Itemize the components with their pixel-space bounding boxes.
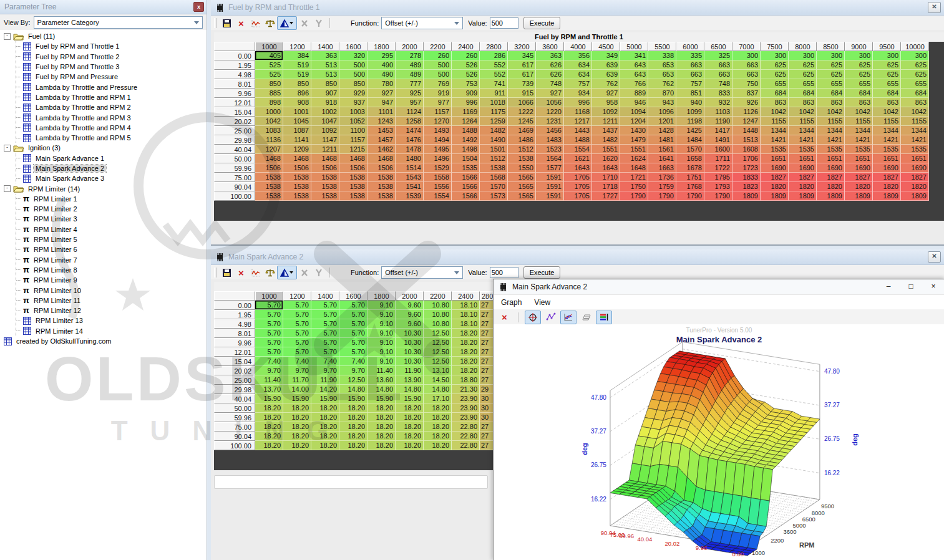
table-cell[interactable]: 14.80 — [367, 385, 396, 394]
table-cell[interactable]: 1565 — [508, 173, 536, 182]
table-cell[interactable]: 18.20 — [283, 413, 311, 422]
table-cell[interactable]: 1577 — [536, 163, 564, 173]
table-cell[interactable]: 1155 — [761, 117, 789, 126]
table-cell[interactable]: 5.70 — [339, 319, 367, 329]
spark-window-close-icon[interactable]: ✕ — [928, 251, 941, 263]
row-header[interactable]: 59.96 — [214, 163, 255, 173]
table-cell[interactable]: 11.90 — [396, 366, 424, 375]
table-cell[interactable]: 500 — [339, 60, 367, 70]
function-dropdown[interactable]: Offset (+/-) — [381, 17, 463, 29]
table-cell[interactable]: 18.20 — [367, 413, 396, 422]
table-cell[interactable]: 22.80 — [452, 432, 480, 441]
table-cell[interactable]: 684 — [873, 89, 901, 98]
table-cell[interactable]: 5.70 — [283, 338, 311, 347]
table-cell[interactable]: 1538 — [283, 182, 311, 191]
compare-button[interactable] — [263, 17, 277, 29]
column-header[interactable]: 2000 — [396, 291, 424, 301]
table-cell[interactable]: 947 — [367, 98, 396, 107]
table-cell[interactable]: 300 — [732, 51, 761, 60]
table-cell[interactable]: 338 — [648, 51, 676, 60]
table-cell[interactable]: 363 — [536, 51, 564, 60]
table-cell[interactable]: 634 — [564, 70, 592, 79]
table-cell[interactable]: 13.70 — [255, 385, 283, 394]
table-cell[interactable]: 1428 — [648, 126, 676, 135]
table-cell[interactable]: 519 — [283, 70, 311, 79]
value-input[interactable] — [490, 267, 518, 278]
table-cell[interactable]: 513 — [311, 70, 339, 79]
table-cell[interactable]: 1506 — [311, 163, 339, 173]
table-cell[interactable]: 1759 — [648, 182, 676, 191]
table-cell[interactable]: 23.90 — [452, 413, 480, 422]
row-header[interactable]: 12.01 — [214, 98, 255, 107]
table-cell[interactable]: 639 — [592, 70, 620, 79]
table-cell[interactable]: 1535 — [873, 145, 901, 154]
tree-item[interactable]: πRPM Limiter 6 — [16, 244, 207, 254]
value-input[interactable] — [490, 17, 518, 29]
table-cell[interactable]: 11.70 — [283, 375, 311, 385]
table-cell[interactable]: 5.70 — [255, 301, 283, 310]
table-cell[interactable]: 5.70 — [255, 310, 283, 319]
table-cell[interactable]: 911 — [480, 89, 508, 98]
table-cell[interactable]: 1211 — [592, 117, 620, 126]
table-cell[interactable]: 489 — [396, 60, 424, 70]
table-cell[interactable]: 643 — [620, 60, 648, 70]
table-cell[interactable]: 1827 — [845, 173, 873, 182]
table-cell[interactable]: 5.70 — [339, 301, 367, 310]
table-cell[interactable]: 1042 — [255, 117, 283, 126]
table-cell[interactable]: 1600 — [704, 145, 732, 154]
table-cell[interactable]: 907 — [311, 89, 339, 98]
table-cell[interactable]: 1492 — [452, 135, 480, 145]
table-cell[interactable]: 625 — [817, 60, 845, 70]
table-cell[interactable]: 1809 — [901, 191, 929, 201]
table-cell[interactable]: 1736 — [648, 173, 676, 182]
table-cell[interactable]: 5.70 — [311, 347, 339, 357]
table-cell[interactable]: 1566 — [452, 191, 480, 201]
row-header[interactable]: 75.00 — [214, 422, 255, 432]
table-cell[interactable]: 300 — [873, 51, 901, 60]
table-cell[interactable]: 9.70 — [339, 366, 367, 375]
table-cell[interactable]: 1222 — [508, 107, 536, 117]
table-cell[interactable]: 18.20 — [339, 422, 367, 432]
table-cell[interactable]: 5.70 — [311, 301, 339, 310]
table-cell[interactable]: 1809 — [873, 191, 901, 201]
table-cell[interactable]: 18.20 — [283, 403, 311, 413]
table-cell[interactable]: 1476 — [396, 135, 424, 145]
table-cell[interactable]: 1448 — [732, 126, 761, 135]
table-cell[interactable]: 762 — [592, 79, 620, 89]
table-cell[interactable]: 15.90 — [339, 394, 367, 403]
table-cell[interactable]: 940 — [676, 98, 704, 107]
table-cell[interactable]: 286 — [480, 51, 508, 60]
table-cell[interactable]: 1220 — [536, 107, 564, 117]
column-header[interactable]: 2400 — [452, 291, 480, 301]
table-cell[interactable]: 908 — [283, 98, 311, 107]
row-header[interactable]: 4.98 — [214, 70, 255, 79]
table-cell[interactable]: 1809 — [761, 191, 789, 201]
table-cell[interactable]: 1480 — [396, 154, 424, 163]
table-cell[interactable]: 1469 — [508, 126, 536, 135]
column-header[interactable]: 5500 — [648, 42, 676, 51]
table-cell[interactable]: 1042 — [873, 107, 901, 117]
table-cell[interactable]: 1570 — [480, 182, 508, 191]
tree-item[interactable]: πRPM Limiter 5 — [16, 234, 207, 244]
table-cell[interactable]: 1551 — [620, 145, 648, 154]
table-cell[interactable]: 341 — [620, 51, 648, 60]
row-header[interactable]: 29.98 — [214, 385, 255, 394]
table-cell[interactable]: 663 — [732, 60, 761, 70]
table-cell[interactable]: 1663 — [648, 163, 676, 173]
table-cell[interactable]: 1083 — [255, 126, 283, 135]
table-cell[interactable]: 1648 — [620, 163, 648, 173]
table-cell[interactable]: 943 — [648, 98, 676, 107]
y-axis-edit-button-disabled[interactable] — [311, 266, 326, 279]
table-cell[interactable]: 12.50 — [424, 329, 452, 338]
table-cell[interactable]: 18.20 — [367, 432, 396, 441]
row-header[interactable]: 8.01 — [214, 329, 255, 338]
table-cell[interactable]: 1690 — [761, 163, 789, 173]
table-cell[interactable]: 18.20 — [255, 403, 283, 413]
table-cell[interactable]: 1651 — [873, 154, 901, 163]
table-cell[interactable]: 1484 — [676, 135, 704, 145]
fuel-window-titlebar[interactable]: Fuel by RPM and Throttle 1 ✕ — [211, 0, 944, 16]
table-cell[interactable]: 9.70 — [255, 366, 283, 375]
table-cell[interactable]: 295 — [367, 51, 396, 60]
table-cell[interactable]: 1566 — [452, 173, 480, 182]
table-cell[interactable]: 653 — [648, 60, 676, 70]
